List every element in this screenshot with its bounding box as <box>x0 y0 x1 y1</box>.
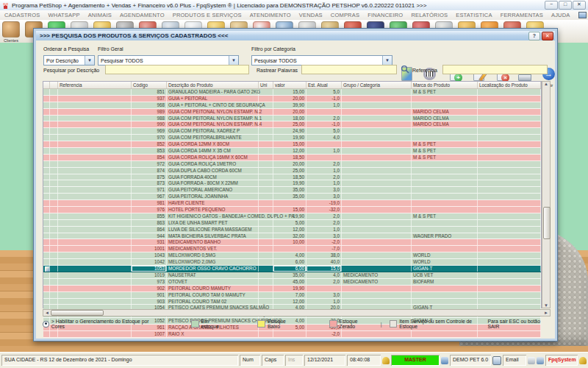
search-description-input[interactable] <box>105 65 249 74</box>
scrollbar-thumb[interactable] <box>51 310 104 316</box>
search-description-label: Pesquisar por Descrição <box>43 68 99 73</box>
track-words-input[interactable] <box>301 65 397 74</box>
table-row[interactable]: 901PEITORAL COURO TAM 0 MAMUTY 7,003,0 <box>43 292 541 299</box>
table-row[interactable]: 967GUIA PEITORAL JOANINHA 35,003,0 <box>43 194 541 200</box>
table-row[interactable]: 1042MELOXIWORD 2,0MG 6,0040,0 WORLD <box>43 259 541 266</box>
table-row[interactable]: 944MATA BICHEIRA SILVERBAC PRATA 32,003,… <box>43 233 541 240</box>
stock-colors-radio[interactable] <box>43 321 49 328</box>
menu-item-10[interactable]: ESTATISTICA <box>456 12 492 18</box>
printer-icon <box>528 357 535 364</box>
category-filter-select[interactable]: Pesquisar TODOS ▼ <box>251 55 392 66</box>
menu-item-1[interactable]: WHATSAPP <box>48 12 79 18</box>
order-search-label: Ordenar a Pesquisa <box>43 46 89 52</box>
table-row[interactable]: 976HOTEL PORTE PEQUENO 15,00-32,0 <box>43 207 541 213</box>
table-row[interactable]: 990GUIA COM PEITORAL NYLON ESTAMP. N.4 2… <box>43 121 541 128</box>
table-row[interactable]: 937GUIA + PEITORAL 20,00-1,0 <box>43 96 541 102</box>
table-row[interactable]: 970GUIA COM PEITORALBRILHANTE 19,904,0 <box>43 135 541 141</box>
table-row[interactable]: 972GUIA CORDA ROLIÇA 1METRO 20,002,0 <box>43 161 541 168</box>
status-database: DEMO PET 6.0 <box>450 355 491 366</box>
menu-item-13[interactable]: E-MAIL <box>578 12 588 18</box>
stock-legend: > Habilitar o Gerenciamento do Estoque p… <box>43 319 551 329</box>
table-body: 851GRANULADO MADEIRA - PARA GATO 2KG 15,… <box>43 89 541 338</box>
scroll-left-icon[interactable]: ◄ <box>43 311 49 315</box>
table-row[interactable]: 1043MELOXIWORD 0,5MG 4,0038,0 WORLD <box>43 252 541 259</box>
menu-item-6[interactable]: VENDAS <box>299 12 323 18</box>
table-row[interactable]: 1053MORDEDOR OSSO CRAVO CACHORRO 6,0015,… <box>43 266 541 272</box>
monitor-icon <box>537 357 544 364</box>
table-row[interactable]: 875GUIA FORRADA 40CM 18,502,0 <box>43 174 541 181</box>
menu-item-12[interactable]: AJUDA <box>551 12 570 18</box>
table-row[interactable]: 931MEDICAMENTO BANHO 10,00-2,0 <box>43 239 541 246</box>
menu-item-0[interactable]: CADASTROS <box>4 12 40 18</box>
computer-icon <box>441 357 448 364</box>
scroll-right-icon[interactable]: ► <box>544 311 550 315</box>
table-row[interactable]: 971GUIA PEITORAL AMERICANO 35,003,0 <box>43 187 541 194</box>
clients-icon <box>2 21 20 38</box>
category-filter-label: Filtro por Categoria <box>251 46 295 52</box>
email-menu-icon <box>578 12 587 18</box>
table-row[interactable]: 864LUVA DE SILICONE PARA MASSAGEM 12,001… <box>43 227 541 233</box>
dialog-title: >>> PESQUISA DOS PRODUTOS & SERVIÇOS CAD… <box>40 32 228 39</box>
exit-hint: Para sair ESC ou botão SAIR <box>488 319 551 329</box>
products-search-dialog: >>> PESQUISA DOS PRODUTOS & SERVIÇOS CAD… <box>33 28 558 342</box>
legend-items: Em estoque Estoque Baixo Estoque Zerado|… <box>191 319 488 329</box>
search-icon[interactable] <box>401 65 409 74</box>
email-icon <box>492 356 501 365</box>
table-row[interactable]: 968GUIA + PEITORAL + CINTO DE SEGURANÇA … <box>43 102 541 109</box>
dialog-close-button[interactable]: ✕ <box>542 32 553 40</box>
table-header: ReferenciaCódigoDescrição do ProdutoUniv… <box>43 82 541 89</box>
status-date: 12/12/2021 <box>304 355 345 366</box>
key-icon <box>579 357 587 364</box>
menu-item-3[interactable]: AGENDAMENTO <box>120 12 165 18</box>
menu-item-11[interactable]: FERRAMENTAS <box>501 12 543 18</box>
table-row[interactable]: 902PEITORAL COURO MAMUTY 19,90 <box>43 286 541 292</box>
table-row[interactable]: 1019NAUSETRAT 35,004,0 MEDICAMENTOUCB VE… <box>43 272 541 279</box>
table-row[interactable]: 989GUIA COM PEITONAL NYLON ESTAMP. N.2 2… <box>43 109 541 116</box>
status-caps-lock: Caps <box>262 355 284 366</box>
table-row[interactable]: 988GUIA COM PEITORAL NYLON ESTAMP. N.1 1… <box>43 116 541 122</box>
table-row[interactable]: 981HAVER CLIENTE -19,0 <box>43 200 541 207</box>
table-row[interactable]: 851GRANULADO MADEIRA - PARA GATO 2KG 15,… <box>43 89 541 96</box>
menu-item-5[interactable]: ATENDIMENTO <box>250 12 291 18</box>
menu-item-8[interactable]: FINANCEIRO <box>368 12 403 18</box>
chevron-down-icon: ▼ <box>382 56 392 65</box>
vertical-scrollbar[interactable]: ▲ ▼ <box>542 81 551 308</box>
clients-icon[interactable]: Clientes <box>2 21 20 43</box>
status-bar: SUA CIDADE - RS 12 de Dezembro de 2021 -… <box>0 352 588 368</box>
row-selector-icon <box>45 266 50 272</box>
legend-label: Estoque Zerado <box>340 319 373 329</box>
general-filter-select[interactable]: Pesquisar TODOS ▼ <box>98 55 239 66</box>
order-search-select[interactable]: Por Descrição ▼ <box>43 55 95 66</box>
horizontal-scrollbar[interactable]: ◄ ► <box>43 309 551 316</box>
window-title: Programa PetShop + Agendamento + Vendas … <box>12 2 426 9</box>
table-row[interactable]: 1007RAIO X -2,0 <box>43 331 541 338</box>
table-row[interactable]: 853GUIA CORDA 14MM X 35 CM 12,001,0 M & … <box>43 148 541 155</box>
table-row[interactable]: 852GUIA CORDA 12MM X 80CM 15,00 M & S PE… <box>43 141 541 148</box>
table-row[interactable]: 873GUIA FORRADA - 80CM X 22MM 19,901,0 <box>43 180 541 187</box>
menu-item-9[interactable]: RELATÓRIOS <box>411 12 448 18</box>
table-row[interactable]: 855KIT HIGIENICO GATOS - BANDEJA+ COMED.… <box>43 213 541 220</box>
dialog-help-button[interactable]: ? <box>528 32 540 40</box>
legend-label: Item Serviço ou sem Controle de Estoque <box>399 319 487 329</box>
maximize-button[interactable]: □ <box>559 1 572 10</box>
menu-item-4[interactable]: PRODUTOS E SERVIÇOS <box>173 12 242 18</box>
reference-input[interactable] <box>442 65 548 74</box>
table-row[interactable]: 854GUIA CORDA ROLIÇA 16MM X 60CM 18,50 M… <box>43 155 541 161</box>
chevron-down-icon: ▼ <box>229 56 238 65</box>
close-button[interactable]: ✕ <box>573 1 586 10</box>
status-time: 08:40:08 <box>347 355 381 366</box>
table-row[interactable]: 863LIXA DE UNHA SMART PET 5,002,0 <box>43 220 541 227</box>
minimize-button[interactable]: − <box>545 1 558 10</box>
table-row[interactable]: 1001MEDICAMENTOS VET. -7,0 <box>43 246 541 252</box>
menu-item-2[interactable]: ANIMAIS <box>88 12 112 18</box>
table-row[interactable]: 969GUIA COM PEITORAL XADREZ P 24,905,0 <box>43 128 541 135</box>
legend-swatch <box>390 320 398 328</box>
menu-item-7[interactable]: COMPRAS <box>331 12 359 18</box>
track-words-label: Rastrear Palavras <box>257 68 298 73</box>
table-row[interactable]: 874GUIA DUPLA CABO CORDA 60CM 25,001,0 <box>43 168 541 174</box>
legend-swatch <box>191 320 199 328</box>
status-brand: FpqSystem <box>545 355 578 366</box>
table-row[interactable]: 903PEITORAL COURO TAM 02 12,001,0 <box>43 299 541 305</box>
scrollbar-thumb[interactable] <box>543 207 551 239</box>
table-row[interactable]: 973OTOVET 45,002,0 MEDICAMENTOBIOFARM <box>43 279 541 286</box>
